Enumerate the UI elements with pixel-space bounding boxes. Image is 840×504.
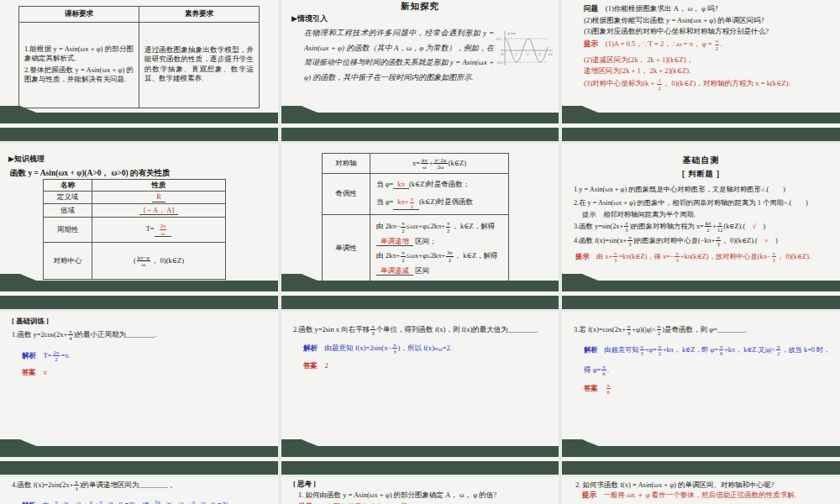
section-heading: ▶知识梳理 [8,154,45,165]
sine-wave-figure: y/cm 0.5 -0.5 O 1 2 3 t/s [496,29,555,69]
x-tick: 2 [527,52,529,56]
monotonicity-line: 由 2kπ+π2≤ωx+φ≤2kπ+3π2， k∈Z，解得 [376,249,505,263]
y-max-label: 0.5 [496,37,502,41]
properties-table: 名称 性质 定义域 R 值域 [－A， A] 周期性 T=2πω 对称中心 (k… [43,179,226,280]
footer-bar [562,113,840,123]
slide-think-q2: 2. 如何求函数 f(x) = Asin(ωx + φ) 的单调区间、对称轴和中… [562,477,840,504]
section-heading: ▶情境引入 [291,13,328,24]
judge-item: 2.在 y = Asin(ωx + φ) 的图象中，相邻的两条对称轴的距离为 1… [574,197,808,208]
y-min-label: -0.5 [496,60,503,65]
footer-bottom-bar [0,461,278,475]
footer-bottom-bar [0,128,278,141]
question-line: 问题 (1)你能根据图象求出 A， ω， φ 吗? [584,3,718,14]
footer-bar [0,281,278,291]
hint-line: (3)对称中心坐标为(k + 12， 0)(k∈Z)，对称轴的方程为 x = k… [584,77,790,91]
slide-knowledge-properties: ▶知识梳理 函数 y = Asin(ωx + φ)(A>0， ω>0) 的有关性… [0,144,278,309]
property-value: T=2πω [92,218,226,243]
judge-item: 4.函数 f(x)=sin(x+π3)的图象的对称中心是(−kπ+π3， 0)(… [574,234,778,247]
column-header: 课标要求 [19,7,139,23]
intro-paragraph: 在物理和工程技术的许多问题中，经常会遇到形如 y = Asin(ωx + φ) … [304,26,494,85]
footer-bar [281,113,559,123]
monotonicity-line: 单调递减 区间 [376,265,505,277]
slide-title: 基础自测 [562,155,840,166]
judge-item: 1.y = Asin(ωx + φ) 的图象既是中心对称图形，又是轴对称图形√.… [574,184,785,195]
footer-bar [562,446,840,457]
property-value: (kπ−φω， 0)(k∈Z) [92,243,226,280]
hint-line: 提示 一般将 ωx ＋ φ 看作一个整体，然后借助正弦函数的性质求解. [582,490,796,501]
monotonicity-line: 由 2kπ−π2≤ωx+φ≤2kπ+π2， k∈Z，解得 [376,220,505,234]
property-label: 对称中心 [44,243,92,280]
question-line: (3)图象对应函数的对称中心坐标和对称轴方程分别是什么? [584,26,769,37]
requirements-table: 课标要求 素养要求 1.能根据 y = Asin(ωx + φ) 的部分图象确定… [18,6,260,108]
section-header: [ 思考 ] [293,479,316,490]
parity-line: 当 φ=kπ+π2(k∈Z)时是偶函数 [376,196,505,210]
footer-bar [0,113,278,123]
subsection-title: [ 判断题 ] [562,169,840,180]
property-value: [－A， A] [92,204,226,218]
footer-bar [281,446,559,457]
column-header: 素养要求 [139,7,260,23]
hint-line: 提示 (1)A = 0.5，∵T = 2，∴ω = π， φ = π2. [584,38,722,51]
analysis-line: 解析 T=2π2=π. [22,349,70,363]
property-value: R [92,192,226,204]
answer-line: 答案 π6 [584,382,612,396]
table-header: 性质 [92,180,226,192]
origin-label: O [501,52,504,56]
property-label: 对称轴 [323,154,370,174]
x-axis-label: t/s [549,52,553,56]
table-caption: 函数 y = Asin(ωx + φ)(A>0， ω>0) 的有关性质 [10,168,171,179]
literacy-text: 通过函数图象抽象出数学模型，并能研究函数的性质，逐步提升学生的数学抽象、直观想象… [144,45,254,84]
property-label: 周期性 [44,218,92,243]
slide-question-4: 4.函数 f(x)=2sin(2x+π3)的单调递增区间为________， 解… [0,477,278,504]
hint-line: (2)递减区间为[2k， 2k + 1](k∈Z)， [584,55,693,66]
footer-bottom-bar [562,128,840,141]
analysis-line: 得 φ=π6. [584,364,609,377]
slide-properties-continued: 对称轴 x=kπω+π−2φ2ω(k∈Z) 奇偶性 当 φ=kπ(k∈Z)时是奇… [281,144,559,309]
footer-bottom-bar [281,461,559,475]
answer-line: 答案 π [22,367,47,378]
property-label: 奇偶性 [323,174,370,215]
table-header: 名称 [44,180,92,192]
x-tick: 3 [538,52,541,56]
question-line: 2.函数 y=2sin x 向右平移π3个单位，得到函数 f(x)，则 f(x)… [293,323,538,337]
x-tick: 1 [515,52,517,56]
question-line: 4.函数 f(x)=2sin(2x+π3)的单调递增区间为________， [12,479,175,492]
footer-bottom-bar [562,461,840,475]
answer-line: 答案 2 [303,360,328,371]
slide-new-knowledge-intro: 新知探究 ▶情境引入 在物理和工程技术的许多问题中，经常会遇到形如 y = As… [281,0,559,141]
footer-bar [0,446,278,457]
hint-line: 提示 相邻对称轴间距离为半个周期. [582,209,696,220]
slide-think-q1: [ 思考 ] 1. 如何由函数 y = Asin(ωx + φ) 的部分图象确定… [281,477,559,504]
slide-basic-training-q1: [ 基础训练 ] 1.函数 y=2cos(2x+π4)的最小正周期为______… [0,312,278,475]
slide-title: 新知探究 [281,1,559,13]
analysis-line: 解析 由题意可知π3+φ=π2+kπ， k∈Z，即 φ=π6+kπ， k∈Z.又… [584,344,830,356]
question-line: 3.若 f(x)=cos(2x+π3+φ)(|φ|<π2)是奇函数，则 φ=__… [574,323,748,337]
property-label: 定义域 [44,192,92,204]
properties-table-continued: 对称轴 x=kπω+π−2φ2ω(k∈Z) 奇偶性 当 φ=kπ(k∈Z)时是奇… [322,153,509,283]
slide-grid-page: 课标要求 素养要求 1.能根据 y = Asin(ωx + φ) 的部分图象确定… [0,0,840,504]
hint-line: 递增区间为[2k + 1， 2k + 2](k∈Z). [584,66,690,76]
hint-line: 提示 A 由图象的最值确定，ω=2πT [298,501,408,504]
parity-line: 当 φ=kπ(k∈Z)时是奇函数； [376,178,505,191]
property-label: 单调性 [323,215,370,283]
judge-item: 3.函数 y=sin(2x+π3)的图象对称轴方程为 x=kπ2+π12(k∈Z… [574,220,765,233]
slide-graph-questions: 问题 (1)你能根据图象求出 A， ω， φ 吗? (2)根据图象你能写出函数 … [562,0,840,141]
footer-bottom-bar [281,296,559,309]
slide-basic-self-test: 基础自测 [ 判断题 ] 1.y = Asin(ωx + φ) 的图象既是中心对… [562,144,840,309]
slide-question-3: 3.若 f(x)=cos(2x+π3+φ)(|φ|<π2)是奇函数，则 φ=__… [562,312,840,475]
question-line: 1. 如何由函数 y = Asin(ωx + φ) 的部分图象确定 A， ω， … [298,490,496,501]
hint-line: 提示 由 x+π3=kπ(k∈Z)，得 x=−π3+kπ(k∈Z)，故对称中心是… [575,250,811,263]
analysis-line: 解析 由−π2+2kπ≤2x+π3≤π2+2kπ(k∈Z)，得−5π6+2kπ≤… [22,499,228,504]
footer-bottom-bar [281,128,559,141]
footer-bar [281,281,559,291]
objective-item: 2.整体把握函数 y = Asin(ωx + φ) 的图象与性质，并能解决有关问… [24,66,134,85]
footer-bottom-bar [562,296,840,309]
footer-bar [562,281,840,291]
y-axis-label: y/cm [507,31,516,35]
section-header: [ 基础训练 ] [12,316,49,327]
objective-item: 1.能根据 y = Asin(ωx + φ) 的部分图象确定其解析式. [24,45,134,64]
question-line: (2)根据图象你能写出函数 y = Asin(ωx + φ) 的单调区间吗? [584,15,764,26]
slide-objectives: 课标要求 素养要求 1.能根据 y = Asin(ωx + φ) 的部分图象确定… [0,0,278,141]
question-line: 1.函数 y=2cos(2x+π4)的最小正周期为________. [12,328,156,342]
property-value: x=kπω+π−2φ2ω(k∈Z) [370,154,509,174]
